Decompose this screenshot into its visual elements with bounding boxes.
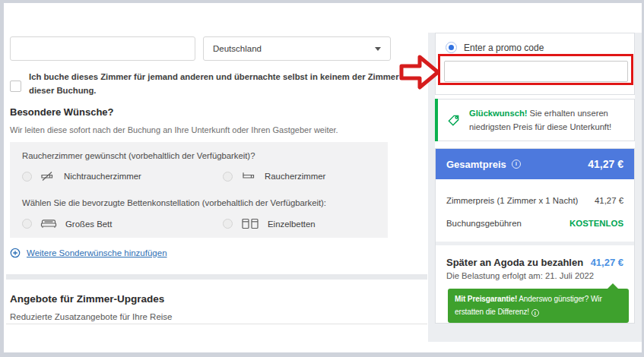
no-smoking-icon	[40, 171, 56, 182]
add-more-requests-label: Weitere Sonderwünsche hinzufügen	[27, 248, 167, 257]
price-tag-icon	[447, 114, 460, 127]
card-gap	[6, 274, 427, 280]
info-icon[interactable]	[531, 309, 539, 317]
special-requests-subtitle: Wir leiten diese sofort nach der Buchung…	[10, 125, 338, 134]
radio-option-large-bed[interactable]: Großes Bett	[22, 218, 112, 229]
best-price-banner: Glückwunsch! Sie erhalten unseren niedri…	[435, 99, 635, 141]
radio-unselected[interactable]	[223, 219, 233, 229]
price-guarantee-tooltip: Mit Preisgarantie! Anderswo günstiger? W…	[448, 289, 629, 323]
guest-details-card: Deutschland Ich buche dieses Zimmer für …	[6, 3, 427, 274]
right-margin	[635, 33, 642, 342]
bed-question: Wählen Sie die bevorzugte Bettenkonstell…	[22, 198, 326, 207]
smoking-icon	[241, 171, 256, 182]
guarantee-highlight: Mit Preisgarantie!	[455, 295, 517, 303]
pay-later-label: Später an Agoda zu bezahlen	[446, 257, 583, 268]
info-icon[interactable]	[512, 160, 521, 169]
section-divider	[436, 242, 634, 245]
country-select-value: Deutschland	[213, 44, 375, 53]
booking-for-other-label: Ich buche dieses Zimmer für jemand ander…	[29, 71, 409, 97]
plus-circle-icon	[10, 248, 21, 258]
price-row-label: Buchungsgebühren	[446, 219, 522, 228]
total-price-value: 41,27 €	[588, 158, 623, 170]
price-row-label: Zimmerpreis (1 Zimmer x 1 Nacht)	[446, 196, 578, 205]
pay-later-note: Die Belastung erfolgt am: 21. Juli 2022	[446, 271, 594, 280]
special-requests-box: Raucherzimmer gewünscht (vorbehaltlich d…	[10, 142, 388, 238]
chevron-down-icon	[375, 47, 381, 51]
double-bed-icon	[40, 218, 57, 229]
upgrades-title: Angebote für Zimmer-Upgrades	[10, 293, 164, 305]
special-requests-title: Besondere Wünsche?	[10, 106, 114, 118]
option-label: Raucherzimmer	[265, 172, 325, 181]
option-label: Großes Bett	[65, 220, 112, 229]
price-row-value: 41,27 €	[595, 196, 623, 205]
booking-for-other-checkbox[interactable]	[10, 81, 21, 92]
promo-code-label: Enter a promo code	[464, 43, 544, 53]
screenshot-frame: Deutschland Ich buche dieses Zimmer für …	[0, 0, 644, 357]
annotation-red-arrow-icon	[399, 53, 440, 91]
room-upgrades-card: Angebote für Zimmer-Upgrades Reduzierte …	[6, 280, 427, 324]
booking-page: Deutschland Ich buche dieses Zimmer für …	[4, 3, 642, 352]
price-row-fees: Buchungsgebühren KOSTENLOS	[446, 219, 623, 228]
radio-option-smoking[interactable]: Raucherzimmer	[223, 171, 325, 182]
price-summary-card: Gesamtpreis 41,27 € Zimmerpreis (1 Zimme…	[435, 148, 635, 324]
twin-beds-icon	[241, 218, 259, 229]
right-bottom-spacer	[435, 324, 642, 342]
radio-option-nonsmoking[interactable]: Nichtraucherzimmer	[22, 171, 141, 182]
radio-unselected[interactable]	[22, 219, 32, 229]
total-price-label: Gesamtpreis	[446, 159, 506, 170]
smoking-question: Raucherzimmer gewünscht (vorbehaltlich d…	[22, 151, 255, 160]
radio-option-twin-beds[interactable]: Einzelbetten	[223, 218, 316, 229]
upgrades-subtitle: Reduzierte Zusatzangebote für Ihre Reise	[10, 312, 173, 321]
country-select[interactable]: Deutschland	[203, 36, 391, 61]
promo-code-card: Enter a promo code	[435, 33, 635, 95]
promo-code-radio-row[interactable]: Enter a promo code	[446, 42, 544, 53]
radio-selected[interactable]	[446, 42, 457, 53]
option-label: Nichtraucherzimmer	[64, 172, 141, 181]
pay-later-value: 41,27 €	[591, 257, 623, 268]
booking-for-other-row[interactable]: Ich buche dieses Zimmer für jemand ander…	[10, 71, 405, 97]
guest-name-input[interactable]	[10, 36, 195, 61]
congrats-highlight: Glückwunsch!	[469, 109, 527, 118]
best-price-message: Glückwunsch! Sie erhalten unseren niedri…	[469, 107, 626, 134]
pay-later-row: Später an Agoda zu bezahlen 41,27 €	[446, 257, 623, 268]
price-row-value-free: KOSTENLOS	[569, 219, 623, 228]
add-more-requests-link[interactable]: Weitere Sonderwünsche hinzufügen	[10, 248, 167, 258]
option-label: Einzelbetten	[268, 220, 316, 229]
total-price-header: Gesamtpreis 41,27 €	[436, 149, 634, 179]
price-row-room: Zimmerpreis (1 Zimmer x 1 Nacht) 41,27 €	[446, 196, 623, 205]
radio-unselected[interactable]	[22, 172, 32, 182]
radio-unselected[interactable]	[223, 172, 233, 182]
promo-code-input[interactable]	[444, 61, 628, 82]
